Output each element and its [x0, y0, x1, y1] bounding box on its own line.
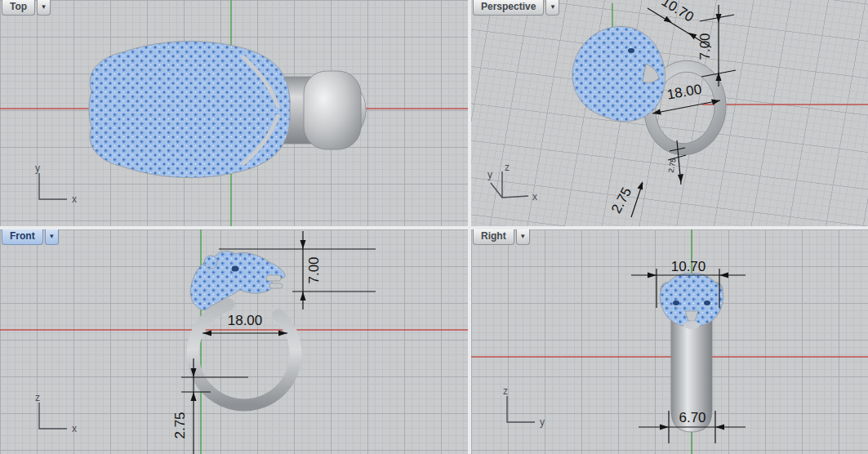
- viewport-right-tab: Right ▾: [473, 229, 530, 245]
- axis-label-z: z: [505, 162, 510, 173]
- panther-head-pave: [89, 41, 290, 177]
- dim-text-band-width[interactable]: 6.70: [679, 410, 706, 425]
- axis-label-z: z: [503, 385, 508, 397]
- viewport-perspective[interactable]: 10.70 7.00 18.00 2.75: [471, 0, 868, 226]
- viewport-front-tab: Front ▾: [2, 229, 59, 245]
- axis-gizmo-perspective: z y x: [487, 162, 537, 203]
- dim-text-band-thickness-note[interactable]: 2.75: [667, 158, 678, 173]
- viewport-menu-icon[interactable]: ▾: [37, 0, 51, 16]
- panther-ear: [204, 256, 217, 269]
- axis-label-y: y: [487, 169, 492, 180]
- dim-text-band-thickness[interactable]: 2.75: [608, 185, 634, 216]
- dim-text-head-width[interactable]: 10.70: [671, 259, 706, 274]
- panther-eye-right: [704, 300, 710, 305]
- viewport-front-drawing: 7.00 18.00 2.75 z x: [0, 229, 468, 454]
- dim-band-thickness-perspective[interactable]: 2.75: [608, 181, 643, 217]
- rhino-four-viewport-canvas: y x Top ▾ 10: [0, 0, 868, 454]
- panther-jaw-lower: [269, 283, 283, 288]
- viewport-top-drawing: y x: [0, 0, 468, 226]
- dim-text-head-height[interactable]: 7.00: [697, 33, 713, 60]
- model-ring-right-view[interactable]: [660, 273, 723, 432]
- viewport-front[interactable]: 7.00 18.00 2.75 z x Fr: [0, 229, 468, 454]
- tab-top[interactable]: Top: [2, 0, 35, 16]
- panther-chin: [683, 321, 700, 329]
- panther-jaw-upper: [266, 275, 281, 281]
- viewport-menu-icon[interactable]: ▾: [516, 229, 530, 245]
- axis-label-x: x: [72, 194, 77, 205]
- ring-shank-cap: [304, 71, 361, 149]
- dim-text-band-thickness[interactable]: 2.75: [172, 412, 188, 438]
- dim-text-inner-diameter[interactable]: 18.00: [228, 313, 263, 328]
- axis-label-x: x: [532, 191, 537, 203]
- viewport-perspective-tab: Perspective ▾: [473, 0, 559, 16]
- dim-text-head-height[interactable]: 7.00: [306, 256, 322, 283]
- axis-gizmo-right: z y: [503, 385, 545, 428]
- dim-text-head-width[interactable]: 10.70: [659, 0, 697, 25]
- axis-gizmo-front: z x: [35, 392, 77, 434]
- viewport-menu-icon[interactable]: ▾: [545, 0, 559, 16]
- viewport-menu-icon[interactable]: ▾: [45, 229, 59, 245]
- axis-label-z: z: [35, 392, 40, 403]
- viewport-top[interactable]: y x Top ▾: [0, 0, 468, 226]
- axis-gizmo-top: y x: [35, 162, 77, 205]
- panther-eye: [628, 48, 634, 53]
- panther-eye-left: [673, 300, 679, 305]
- tab-right[interactable]: Right: [473, 229, 514, 245]
- axis-label-y: y: [540, 416, 545, 428]
- model-ring-top-view[interactable]: [89, 41, 366, 177]
- viewport-right-drawing: 10.70 6.70 z y: [471, 229, 868, 454]
- dim-text-inner-diameter[interactable]: 18.00: [665, 82, 702, 103]
- axis-label-y: y: [35, 162, 40, 174]
- tab-perspective[interactable]: Perspective: [473, 0, 544, 16]
- panther-eye: [232, 266, 239, 272]
- viewport-right[interactable]: 10.70 6.70 z y Right ▾: [471, 229, 868, 454]
- axis-label-x: x: [72, 423, 77, 434]
- viewport-perspective-drawing: 10.70 7.00 18.00 2.75: [471, 0, 868, 226]
- tab-front[interactable]: Front: [2, 229, 43, 245]
- viewport-top-tab: Top ▾: [2, 0, 51, 16]
